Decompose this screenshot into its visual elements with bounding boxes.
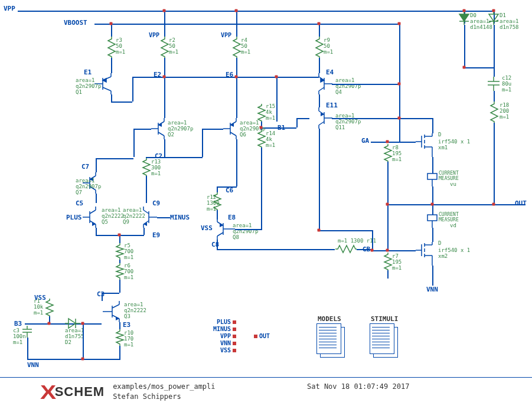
wire [111, 58, 112, 73]
wire [111, 94, 112, 102]
wire [372, 250, 416, 251]
wire [319, 58, 320, 73]
node [431, 203, 434, 206]
wire [332, 84, 400, 85]
q5-label: area=1q2n2222Q5 [102, 208, 124, 225]
net-vpp-r4: VPP [221, 32, 231, 38]
stimuli-label: STIMULI [371, 315, 398, 323]
wire [494, 91, 495, 102]
resistor-r3 [108, 37, 115, 58]
wire [432, 228, 433, 242]
net-c3: C3 [97, 290, 105, 298]
wire [217, 249, 335, 250]
schematic-canvas: VPP VBOOST D0 area=1 d1n4148 D1 area=1 d… [0, 0, 532, 378]
net-vnn-bl: VNN [27, 361, 39, 369]
xm2-label: irf540 x 1xm2 [438, 248, 470, 260]
wire [276, 77, 319, 78]
d2-label: area=1d1n755D2 [65, 328, 84, 346]
wire [432, 204, 433, 215]
wire [296, 118, 298, 127]
node [235, 76, 238, 78]
node [398, 117, 401, 120]
svg-line-80 [90, 210, 96, 214]
wire [27, 338, 28, 359]
logo-text: SCHEM [55, 384, 105, 400]
node [235, 9, 238, 12]
wire [133, 129, 151, 130]
wire [372, 230, 373, 250]
resistor-r2 [161, 37, 168, 58]
transistor-q8 [211, 218, 235, 240]
node [110, 22, 113, 25]
net-ga: GA [361, 137, 369, 145]
wire [235, 229, 261, 230]
node [398, 22, 401, 25]
wire [132, 77, 133, 102]
resistor-r4 [233, 37, 240, 58]
wire [164, 58, 165, 73]
svg-line-110 [217, 233, 223, 236]
wire [261, 148, 262, 230]
node [386, 249, 389, 252]
resistor-r6 [116, 263, 123, 280]
node [492, 203, 495, 206]
net-c6: C6 [226, 186, 233, 194]
r13-label: r13300m=1 [151, 159, 161, 177]
wire [371, 142, 416, 143]
wire [494, 67, 495, 77]
wire [202, 129, 203, 157]
io-pins-out: OUT [254, 333, 270, 340]
svg-marker-96 [68, 319, 76, 328]
r4-label: r450m=1 [241, 38, 250, 55]
q1-label: area=1q2n2907pQ1 [76, 78, 101, 96]
wire [319, 24, 320, 37]
d1-label: D1 area=1 d1n758 [500, 13, 519, 31]
wire [236, 11, 237, 37]
q6-label: area=1q2n2907pQ6 [240, 120, 265, 138]
svg-line-27 [319, 122, 324, 125]
net-minus: MINUS [170, 214, 190, 221]
wire [143, 228, 145, 235]
wire [432, 266, 433, 286]
node [492, 9, 495, 12]
svg-marker-4 [489, 14, 498, 21]
footer-author: Stefan Schippers [113, 392, 215, 402]
q11-label: area=1q2n2907pQ11 [335, 113, 361, 131]
wire [96, 158, 97, 172]
q9-label: area=1q2n2222Q9 [123, 208, 145, 225]
c3-complabel: c3100nm=1 [13, 328, 26, 346]
svg-rect-58 [427, 173, 437, 179]
node [318, 229, 321, 232]
wire [319, 230, 372, 231]
net-c8: C8 [211, 241, 219, 248]
q4-label: area=1q2n2907pQ4 [335, 78, 361, 96]
wire [261, 127, 296, 129]
resistor-r11 [335, 245, 357, 253]
r1-label: r110km=1 [34, 299, 43, 316]
wire [164, 73, 165, 118]
svg-marker-0 [459, 14, 469, 21]
diode-d1 [489, 12, 498, 25]
resistor-r1 [46, 299, 53, 316]
cm2-net: vd [450, 223, 456, 229]
xm1-pin: D [438, 132, 441, 138]
wire [319, 129, 320, 230]
wire [387, 204, 526, 205]
wire [164, 11, 165, 37]
net-vboost: VBOOST [64, 19, 87, 27]
wire [494, 123, 495, 204]
net-vpp: VPP [4, 5, 15, 12]
resistor-r18 [491, 102, 498, 123]
q7-label: area=1q2n2907pQ7 [76, 178, 101, 196]
cap-c12 [485, 77, 502, 91]
wire [432, 157, 433, 173]
wire [119, 280, 120, 293]
cm1-net: vu [450, 182, 456, 188]
wire [217, 186, 218, 192]
wire [236, 58, 237, 73]
wire [25, 323, 102, 325]
r14-label: r144km=1 [266, 131, 275, 149]
q8-label: area=1q2n2907pQ8 [233, 223, 258, 241]
svg-marker-21 [321, 78, 324, 82]
r7-label: r7195m=1 [392, 254, 402, 271]
